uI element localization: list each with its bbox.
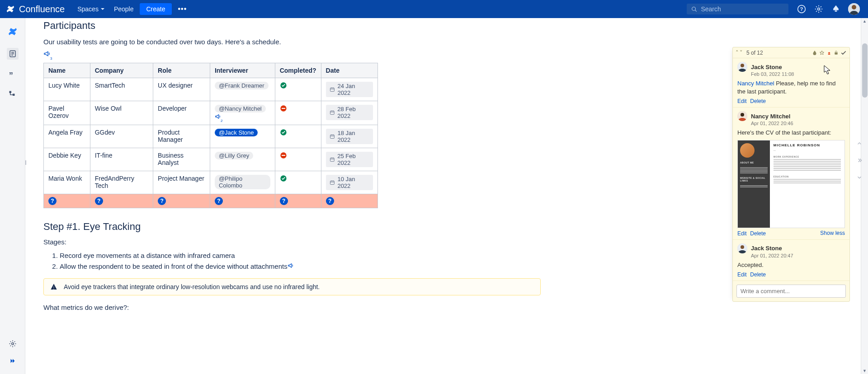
scroll-arrow-down-icon[interactable]: ▼ [863, 369, 867, 373]
cell-interviewer: @Philipo Colombo [210, 171, 275, 194]
cv-attachment-thumb[interactable]: ABOUT ME WEBSITE & SOCIAL LINKS MICHELLE… [737, 140, 845, 228]
mention-highlighted[interactable]: @Jack Stone [215, 129, 258, 136]
bell-icon [831, 5, 840, 14]
th-company: Company [90, 63, 153, 78]
calendar-icon [330, 157, 335, 162]
mention[interactable]: @Lilly Grey [215, 152, 253, 159]
svg-rect-5 [835, 10, 837, 12]
resolve-icon[interactable] [840, 50, 847, 56]
help-icon[interactable]: ? [158, 197, 166, 205]
comment-date: Apr 01, 2022 20:46 [751, 121, 845, 126]
th-interviewer: Interviewer [210, 63, 275, 78]
date-chip: 24 Jan 2022 [326, 82, 373, 97]
priority-icon[interactable] [826, 50, 832, 56]
vertical-scrollbar[interactable]: ▲ ▼ [861, 18, 868, 374]
user-avatar[interactable] [848, 3, 860, 15]
mention[interactable]: @Frank Dreamer [215, 82, 269, 89]
megaphone-icon[interactable]: 2 [215, 113, 223, 120]
comment-avatar [737, 243, 747, 253]
stages-label: Stages: [43, 238, 850, 246]
inline-comment-panel: ˄ ˅ 5 of 12 Jack Stone Feb 03, 2022 11:0… [732, 47, 850, 302]
rail-confluence-icon[interactable] [7, 26, 18, 37]
intro-text: Our usability tests are going to be cond… [43, 38, 850, 46]
mention[interactable]: @Nancy Mitchel [215, 105, 266, 112]
participants-table: Name Company Role Interviewer Completed?… [43, 63, 378, 208]
rail-expand-icon[interactable] [9, 357, 17, 365]
comment-scroll-down[interactable] [856, 174, 863, 181]
th-completed: Completed? [275, 63, 321, 78]
scroll-arrow-up-icon[interactable]: ▲ [863, 19, 867, 23]
table-row: Maria Wonk FredAndPerry Tech Project Man… [44, 171, 378, 194]
left-rail: ” [0, 18, 25, 374]
heading-participants: Participants [43, 20, 850, 32]
help-icon[interactable]: ? [95, 197, 103, 205]
create-button[interactable]: Create [140, 3, 171, 15]
nav-spaces[interactable]: Spaces [73, 3, 109, 15]
megaphone-count: 3 [50, 56, 52, 61]
cell-interviewer: @Jack Stone [210, 125, 275, 148]
comment-avatar [737, 111, 747, 121]
star-icon[interactable] [819, 50, 825, 56]
comment-delete[interactable]: Delete [750, 98, 766, 104]
cell-name: Angela Fray [44, 125, 90, 148]
cell-name: Maria Wonk [44, 171, 90, 194]
help-icon[interactable]: ? [48, 197, 57, 205]
cell-role: Product Manager [153, 125, 210, 148]
search-box[interactable] [687, 4, 788, 14]
comment-delete[interactable]: Delete [750, 271, 766, 278]
cell-company: GGdev [90, 125, 153, 148]
more-menu-button[interactable]: ••• [174, 3, 192, 15]
comment-author[interactable]: Jack Stone [751, 245, 782, 252]
nav-people[interactable]: People [109, 3, 138, 15]
comment-show-less[interactable]: Show less [820, 230, 845, 236]
notifications-button[interactable] [827, 2, 844, 16]
comment-carousel-next[interactable] [856, 157, 863, 164]
mention[interactable]: @Philipo Colombo [215, 175, 270, 189]
rail-tree-icon[interactable] [9, 90, 17, 98]
help-icon[interactable]: ? [280, 197, 288, 205]
cell-role: Project Manager [153, 171, 210, 194]
comment-input[interactable] [736, 285, 846, 298]
megaphone-icon[interactable]: 3 [43, 50, 52, 57]
comment-mention[interactable]: Nancy Mitchel [737, 80, 774, 87]
comment-prev[interactable]: ˄ [736, 49, 739, 56]
help-icon[interactable]: ? [326, 197, 334, 205]
rail-settings-icon[interactable] [9, 340, 17, 348]
comment-side-nav [856, 140, 863, 181]
warning-text: Avoid eye trackers that integrate ordina… [64, 283, 320, 290]
lock-icon[interactable] [834, 50, 839, 55]
cell-role: Developer [153, 101, 210, 125]
settings-button[interactable] [810, 2, 827, 16]
megaphone-icon[interactable] [288, 262, 294, 269]
cell-completed [275, 171, 321, 194]
rail-page-icon[interactable] [7, 48, 19, 60]
comment-actions: Edit Delete [737, 271, 845, 278]
cell-completed [275, 148, 321, 171]
comment-edit[interactable]: Edit [737, 98, 747, 104]
calendar-icon [330, 110, 335, 115]
svg-rect-23 [330, 111, 334, 115]
comment-edit[interactable]: Edit [737, 230, 747, 237]
help-button[interactable]: ? [793, 2, 810, 16]
comment-actions: Edit Delete Show less [737, 230, 845, 237]
comment-edit[interactable]: Edit [737, 271, 747, 278]
scroll-thumb[interactable] [862, 43, 868, 98]
cell-role: UX designer [153, 78, 210, 101]
comment-body: Accepted. [737, 261, 845, 269]
svg-point-49 [741, 245, 744, 249]
comment-delete[interactable]: Delete [750, 230, 766, 237]
minus-icon [280, 152, 287, 159]
date-chip: 18 Jan 2022 [326, 129, 373, 144]
drop-icon[interactable] [812, 50, 817, 56]
nav-people-label: People [114, 5, 134, 13]
comment-author[interactable]: Jack Stone [751, 64, 782, 70]
comment-next[interactable]: ˅ [740, 49, 743, 56]
comment-author[interactable]: Nancy Mitchel [751, 113, 790, 120]
rail-quote-icon[interactable]: ” [8, 70, 17, 79]
help-icon[interactable]: ? [215, 197, 223, 205]
brand[interactable]: Confluence [5, 4, 65, 14]
mouse-cursor [824, 65, 831, 75]
svg-rect-33 [282, 155, 285, 156]
comment-scroll-up[interactable] [856, 140, 863, 146]
search-input[interactable] [701, 5, 784, 13]
